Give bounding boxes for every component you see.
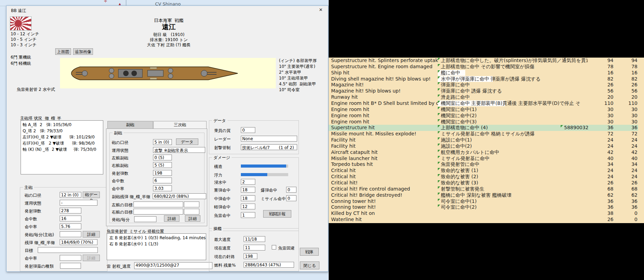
secondary-gun-row-field[interactable] [134,216,156,222]
table-row[interactable]: Runway hit滑走路に命中2020 [329,94,644,100]
turret-status-row[interactable]: 軸 A_塔 2 弾: 105/36/0 [23,122,101,128]
table-row[interactable]: Engine room hit機関室に命中(2)3030 [329,113,644,119]
secondary-gun-target-mini-field[interactable] [184,202,199,207]
main-gun-row-field[interactable]: 278 [60,208,81,214]
secondary-gun-row-field[interactable] [133,209,183,215]
table-row[interactable]: Engine room hit B* D Shell burst limited… [329,100,644,107]
table-row[interactable]: Missile launcher hitミサイル発射基に命中4040 [329,156,644,162]
error-indicator-icon [438,64,440,66]
course-field[interactable]: 198 [244,253,257,259]
battle-report-button[interactable]: 戦闘詳報 [263,210,291,218]
table-row[interactable]: Superstructure hit上部構造物に命中 (4)5889003236… [329,125,638,131]
table-row[interactable]: Superstructure hit. Engine room damaged上… [329,64,644,70]
torpedo-hits-label: 魚雷命中 [214,213,231,219]
secondary-gun-data-button[interactable]: データ [176,138,198,145]
main-gun-row-field[interactable] [60,263,81,269]
turret-status-row[interactable]: 軸 (K) (N) _塔 2 ▼破壊 弾: 75/30/0 [23,146,101,153]
table-row[interactable]: Missile mount hit. Missiles explode!ミサイル… [329,131,644,137]
table-row[interactable]: Critical hit! Bridge destroyed!艦橋に命中 深刻な… [329,192,644,198]
torpedo-mounts-listbox[interactable]: 左 B 発射基(水中)1 (0/3) Reloading, 14 minutes… [107,233,206,260]
main-gun-row-button[interactable]: 砲データ [83,192,100,198]
secondary-gun-row-field[interactable]: 0 (5) [153,155,172,160]
hit-message-ja: 射撃管制に被害発生 [441,186,588,192]
main-gun-row-button[interactable]: 詳細 [83,231,100,238]
detail-left-button[interactable]: 詳細 [164,215,179,222]
main-gun-row-button[interactable]: 詳細 [83,255,100,261]
heavy-hits-field[interactable]: 18 [241,187,255,193]
table-row[interactable]: Superstructure hit. Splinters perforate … [329,58,644,64]
table-row[interactable]: Facility hit施設に命中(1)2424 [329,137,644,143]
bomb-hits-field[interactable]: 0 [286,187,296,193]
secondary-gun-row-field[interactable]: 攻撃 ※副砲常表示 [153,147,205,153]
secondary-gun-row-field[interactable]: 198 [153,170,172,176]
value-2-cell: 30 [614,113,637,118]
tab-tertiary-gun[interactable]: 三次砲 [153,121,207,129]
max-speed-field[interactable]: 11/18 [244,236,265,242]
table-row[interactable]: Diving shell magazine hit! Ship blows up… [329,76,644,82]
torpedo-range-field[interactable]: 4900@37/12500@27 [134,262,212,269]
turret-status-row[interactable]: Q_塔 2 弾: 79/33/0 [23,128,101,134]
secondary-gun-row-field[interactable]: 5 (5) [153,162,172,168]
value-2-cell: 34 [614,161,637,167]
missile-hits-field[interactable]: 0 [286,195,296,201]
turret-status-row[interactable]: 右(F)(H)_塔 2 ▼破壊 弾: 98/36/0 [23,140,101,146]
table-row[interactable]: Magazine hit!弾薬庫に命中2626 [329,82,644,88]
close-icon[interactable]: ✕ [317,7,325,13]
secondary-gun-target-mini-field[interactable] [184,209,199,215]
secondary-gun-row-field[interactable]: 680/822/0 (88%) [153,193,206,199]
table-row[interactable]: Magazine hit! Ship blows up!弾薬庫に命中 誘爆 爆沈… [329,88,644,94]
squadron-button[interactable]: 戦隊 [300,248,319,256]
value-2-cell: 42 [614,149,637,155]
table-row[interactable]: Critical hit致命的な被害 (2)2424 [329,174,644,180]
crew-quality-field[interactable]: 0 [241,127,255,133]
torpedo-mount-row[interactable]: 右 B 発射基(水中)1 (1/3) [109,241,204,247]
medium-hits-field[interactable]: 18 [241,195,255,201]
close-button[interactable]: 閉じる [300,261,319,269]
flooding-field[interactable]: 2 [241,179,255,185]
hit-message-ja: 上部構造物に命中 その影響で機関室が損傷 [441,64,588,70]
light-hits-field[interactable]: 12 [241,204,255,209]
table-row[interactable]: Aircraft catapult hit航空機用カタパルトに命中4242 [329,149,644,156]
detail-right-button[interactable]: 詳細 [185,215,200,222]
secondary-gun-row-field[interactable] [133,202,183,207]
main-gun-row-field[interactable]: 16 [60,216,81,221]
table-row[interactable]: Engine room hit機関室に命中(3)3030 [329,119,644,125]
fire-control-field[interactable]: 技術レベル6/7 (1 of 2) [241,144,297,150]
table-row[interactable]: Engine room hit機関室に命中(1)3030 [329,107,644,113]
turret-status-row[interactable]: 左(F)(H)_塔 2 ▼破壊 弾: 101/29/0 [23,134,101,140]
table-row[interactable]: Torpedo tubes hit魚雷発射管に命中3434 [329,161,644,168]
table-row[interactable]: Conning tower hit!司令室に命中(2)3636 [329,204,644,210]
torpedo-hits-field[interactable]: 1 [241,212,255,218]
torpedo-evade-checkbox[interactable] [272,245,276,249]
secondary-gun-row-field[interactable]: 3.03 [153,185,172,191]
table-row[interactable]: Facility hit施設に命中(2)2424 [329,143,644,149]
secondary-gun-row-field[interactable]: 6 [153,178,172,183]
tab-secondary-gun[interactable]: 副砲 [107,121,153,129]
turret-status-listbox[interactable]: 軸 A_塔 2 弾: 105/36/0Q_塔 2 弾: 79/33/0左(F)(… [21,120,103,174]
current-speed-field[interactable]: 11 [244,245,265,251]
main-gun-row-field[interactable] [60,231,81,237]
table-row[interactable]: Conning tower hit!司令室に命中(1)3636 [329,198,644,205]
main-gun-row-label: 命中率 [25,256,37,261]
table-row[interactable]: Critical hit!致命的な被害 (3)2626 [329,180,644,186]
add-image-button[interactable]: 追加画像 [73,48,93,55]
table-row[interactable]: Killed by CT hit on380 [329,210,644,217]
main-gun-row-field[interactable]: 12 in (0) [60,192,81,198]
main-gun-row-field[interactable]: - [60,200,97,206]
table-row[interactable]: Waterline hit260 [329,217,644,223]
table-row[interactable]: Critical hit致命的な被害 (1)2424 [329,168,644,174]
value-2-cell: 24 [614,168,637,173]
dialog-titlebar[interactable]: BB 遠江 ✕ [7,6,328,15]
radar-field[interactable]: None [241,136,297,142]
table-row[interactable]: Critical hit! Fire control damaged射撃管制に被… [329,186,644,192]
main-gun-row-field[interactable]: 184/69/0 (70%) [60,239,97,245]
table-row[interactable]: Ship hit艦に命中1616 [329,70,644,76]
main-gun-row-field[interactable] [38,247,98,253]
hit-message-ja: 艦橋に命中 深刻な被害 艦橋破壊 [441,192,588,198]
top-view-button[interactable]: 上面図 [55,48,71,55]
torpedo-mount-row[interactable]: 左 B 発射基(水中)1 (0/3) Reloading, 14 minutes… [109,235,204,241]
main-gun-row-field[interactable]: 5.76 [60,223,81,229]
fuel-field[interactable]: 2886/1643 (47%) [244,262,294,268]
main-gun-row-field[interactable] [60,255,81,261]
secondary-gun-row-field[interactable]: 5 in (0) [153,139,172,145]
